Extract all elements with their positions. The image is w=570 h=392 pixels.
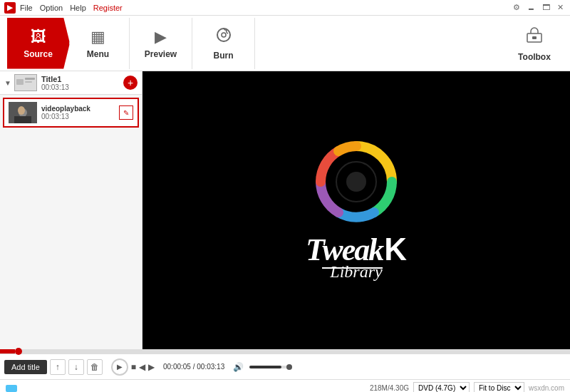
title-row: ▼ Title1 00:03:13 +	[0, 71, 142, 95]
volume-slider[interactable]	[249, 366, 292, 368]
svg-rect-7	[25, 81, 32, 83]
progress-fill	[0, 349, 15, 354]
bottom-controls: Add title ↑ ↓ 🗑 ▶ ■ ◀ ▶ 00:00:05 / 00:03…	[0, 354, 570, 379]
time-current: 00:00:05	[163, 363, 191, 371]
video-name: videoplayback	[41, 105, 119, 113]
window-maximize-icon[interactable]: 🗖	[540, 3, 552, 12]
svg-point-13	[346, 172, 366, 192]
dvd-type-select[interactable]: DVD (4.7G)	[413, 382, 470, 392]
burn-icon	[215, 26, 232, 48]
app-logo: ▶	[4, 2, 16, 14]
title-duration: 00:03:13	[41, 83, 123, 91]
toolbox-icon	[524, 25, 544, 49]
volume-fill	[249, 366, 281, 368]
progress-bar[interactable]	[0, 349, 570, 354]
window-minimize-icon[interactable]: 🗕	[525, 3, 537, 12]
toolbar-toolbox[interactable]: Toolbox	[506, 18, 563, 69]
menu-help[interactable]: Help	[70, 4, 86, 12]
menu-file[interactable]: File	[20, 4, 33, 12]
playback-controls: ▶ ■ ◀ ▶	[111, 359, 155, 376]
menu-option[interactable]: Option	[40, 4, 63, 12]
title-thumbnail	[14, 74, 37, 91]
menu-label: Menu	[87, 49, 109, 59]
watermark: wsxdn.com	[529, 384, 564, 392]
video-edit-button[interactable]: ✎	[119, 105, 133, 120]
status-bar: 218M/4.30G DVD (4.7G) Fit to Disc wsxdn.…	[0, 379, 570, 392]
svg-point-1	[222, 33, 226, 37]
video-info: videoplayback 00:03:13	[41, 105, 119, 120]
window-settings-icon[interactable]: ⚙	[511, 3, 522, 12]
preview-label: Preview	[145, 49, 177, 59]
svg-point-0	[217, 29, 230, 41]
volume-icon: 🔊	[233, 362, 244, 372]
svg-rect-5	[16, 79, 24, 85]
title-info: Title1 00:03:13	[41, 75, 123, 91]
video-item[interactable]: videoplayback 00:03:13 ✎	[3, 98, 139, 128]
title-name: Title1	[41, 75, 123, 83]
toolbar: 🖼 Source ▦ Menu ▶ Preview Burn Toolbox	[0, 16, 570, 71]
toolbar-preview[interactable]: ▶ Preview	[130, 18, 192, 69]
sidebar: ▼ Title1 00:03:13 +	[0, 71, 142, 349]
svg-rect-11	[14, 116, 31, 123]
video-thumbnail	[9, 102, 37, 123]
prev-frame-button[interactable]: ◀	[139, 362, 145, 372]
delete-button[interactable]: 🗑	[87, 359, 103, 375]
stop-button[interactable]: ■	[131, 362, 136, 372]
preview-area: TweakK Library	[142, 71, 570, 349]
window-close-icon[interactable]: ✕	[555, 3, 566, 12]
toolbar-menu[interactable]: ▦ Menu	[67, 18, 130, 69]
status-left	[6, 385, 17, 392]
title-bar-left: ▶ File Option Help Register	[4, 2, 123, 14]
svg-point-10	[18, 106, 25, 115]
svg-rect-3	[532, 36, 537, 39]
add-title-button[interactable]: Add title	[4, 360, 47, 374]
status-indicator	[6, 385, 17, 392]
next-frame-button[interactable]: ▶	[148, 362, 155, 372]
toolbar-burn[interactable]: Burn	[192, 18, 255, 69]
menu-register[interactable]: Register	[93, 4, 123, 12]
menu-bar: File Option Help Register	[20, 4, 123, 12]
video-duration: 00:03:13	[41, 113, 119, 120]
toolbox-label: Toolbox	[518, 52, 551, 62]
window-controls: ⚙ 🗕 🗖 ✕	[511, 3, 566, 12]
move-down-button[interactable]: ↓	[68, 359, 84, 375]
preview-icon: ▶	[155, 28, 167, 46]
main-content: ▼ Title1 00:03:13 +	[0, 71, 570, 349]
fit-select[interactable]: Fit to Disc	[474, 382, 524, 392]
time-total: 00:03:13	[197, 363, 224, 371]
collapse-arrow-icon[interactable]: ▼	[4, 79, 11, 87]
source-icon: 🖼	[31, 28, 46, 46]
volume-knob	[286, 364, 292, 370]
burn-label: Burn	[214, 51, 234, 61]
svg-rect-6	[25, 78, 35, 80]
play-button[interactable]: ▶	[111, 359, 128, 376]
title-bar: ▶ File Option Help Register ⚙ 🗕 🗖 ✕	[0, 0, 570, 16]
time-display: 00:00:05 / 00:03:13	[163, 363, 224, 371]
preview-logo: TweakK Library	[306, 139, 407, 282]
logo-svg	[314, 139, 399, 225]
progress-knob[interactable]	[15, 348, 22, 355]
move-up-button[interactable]: ↑	[50, 359, 66, 375]
toolbar-source[interactable]: 🖼 Source	[7, 18, 70, 69]
logo-library: Library	[330, 262, 382, 282]
file-size: 218M/4.30G	[370, 384, 409, 392]
status-right: 218M/4.30G DVD (4.7G) Fit to Disc wsxdn.…	[370, 382, 564, 392]
menu-icon: ▦	[90, 28, 105, 46]
add-chapter-button[interactable]: +	[123, 76, 138, 90]
source-label: Source	[24, 49, 53, 59]
